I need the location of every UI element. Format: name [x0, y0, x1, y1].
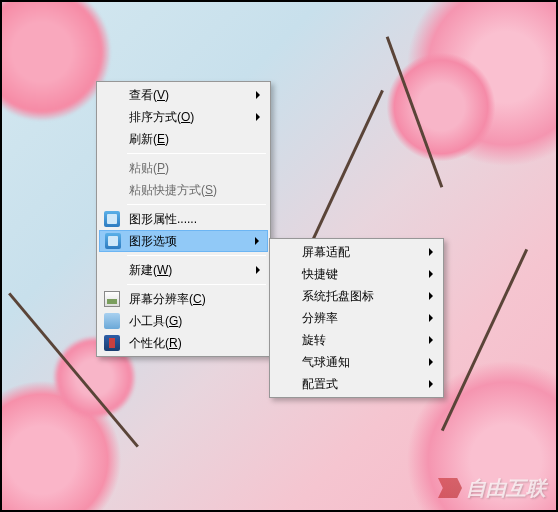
submenu-arrow-icon [256, 91, 260, 99]
submenu-arrow-icon [429, 358, 433, 366]
desktop-context-menu: 查看(V) 排序方式(O) 刷新(E) 粘贴(P) 粘贴快捷方式(S) 图形属性… [96, 81, 271, 357]
menu-item-gadgets[interactable]: 小工具(G) [99, 310, 268, 332]
menu-label: 分辨率 [302, 310, 338, 327]
menu-label: 新建(W) [129, 262, 172, 279]
gadget-icon [104, 313, 120, 329]
menu-label: 气球通知 [302, 354, 350, 371]
submenu-item-hotkey[interactable]: 快捷键 [272, 263, 441, 285]
submenu-arrow-icon [429, 314, 433, 322]
submenu-item-tray-icon[interactable]: 系统托盘图标 [272, 285, 441, 307]
graphics-icon [104, 211, 120, 227]
submenu-item-screen-fit[interactable]: 屏幕适配 [272, 241, 441, 263]
menu-label: 刷新(E) [129, 131, 169, 148]
graphics-icon [105, 233, 121, 249]
menu-item-graphics-options[interactable]: 图形选项 [99, 230, 268, 252]
menu-label: 配置式 [302, 376, 338, 393]
submenu-arrow-icon [429, 380, 433, 388]
menu-divider [127, 153, 266, 154]
menu-item-new[interactable]: 新建(W) [99, 259, 268, 281]
menu-divider [127, 255, 266, 256]
menu-label: 快捷键 [302, 266, 338, 283]
personalize-icon [104, 335, 120, 351]
submenu-item-balloon[interactable]: 气球通知 [272, 351, 441, 373]
submenu-item-profile[interactable]: 配置式 [272, 373, 441, 395]
submenu-arrow-icon [256, 266, 260, 274]
menu-item-paste-shortcut: 粘贴快捷方式(S) [99, 179, 268, 201]
submenu-arrow-icon [429, 292, 433, 300]
menu-divider [127, 284, 266, 285]
menu-label: 排序方式(O) [129, 109, 194, 126]
menu-label: 查看(V) [129, 87, 169, 104]
menu-divider [127, 204, 266, 205]
menu-item-refresh[interactable]: 刷新(E) [99, 128, 268, 150]
menu-label: 屏幕适配 [302, 244, 350, 261]
menu-label: 小工具(G) [129, 313, 182, 330]
menu-label: 旋转 [302, 332, 326, 349]
submenu-item-resolution[interactable]: 分辨率 [272, 307, 441, 329]
menu-label: 图形选项 [129, 233, 177, 250]
watermark-text: 自由互联 [438, 475, 546, 502]
desktop-background[interactable]: 查看(V) 排序方式(O) 刷新(E) 粘贴(P) 粘贴快捷方式(S) 图形属性… [2, 2, 556, 510]
menu-item-graphics-properties[interactable]: 图形属性...... [99, 208, 268, 230]
menu-item-paste: 粘贴(P) [99, 157, 268, 179]
menu-label: 系统托盘图标 [302, 288, 374, 305]
submenu-arrow-icon [429, 270, 433, 278]
menu-label: 粘贴(P) [129, 160, 169, 177]
menu-item-personalize[interactable]: 个性化(R) [99, 332, 268, 354]
menu-item-sort[interactable]: 排序方式(O) [99, 106, 268, 128]
submenu-arrow-icon [429, 336, 433, 344]
submenu-arrow-icon [429, 248, 433, 256]
menu-label: 图形属性...... [129, 211, 197, 228]
graphics-options-submenu: 屏幕适配 快捷键 系统托盘图标 分辨率 旋转 气球通知 配置式 [269, 238, 444, 398]
menu-item-screen-resolution[interactable]: 屏幕分辨率(C) [99, 288, 268, 310]
submenu-arrow-icon [256, 113, 260, 121]
menu-label: 粘贴快捷方式(S) [129, 182, 217, 199]
submenu-item-rotate[interactable]: 旋转 [272, 329, 441, 351]
submenu-arrow-icon [255, 237, 259, 245]
monitor-icon [104, 291, 120, 307]
menu-item-view[interactable]: 查看(V) [99, 84, 268, 106]
menu-label: 屏幕分辨率(C) [129, 291, 206, 308]
menu-label: 个性化(R) [129, 335, 182, 352]
